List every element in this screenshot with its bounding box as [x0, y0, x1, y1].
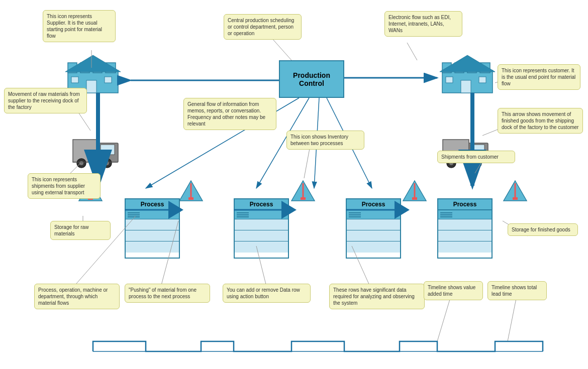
svg-rect-85: [513, 197, 518, 200]
supplier-truck: [70, 136, 121, 169]
process-box-1: Process: [125, 198, 180, 259]
process-label-4: Process: [438, 199, 492, 210]
svg-rect-79: [301, 197, 306, 200]
process-box-4: Process: [437, 198, 493, 259]
callout-supplier-transport: This icon represents shipments from supp…: [28, 173, 101, 199]
callout-storage-finished: Storage for finished goods: [508, 223, 578, 236]
svg-rect-52: [461, 80, 471, 93]
inventory-triangle-3: [402, 178, 427, 204]
svg-rect-76: [188, 197, 193, 200]
svg-rect-43: [86, 80, 96, 93]
callout-data-row-desc: You can add or remove Data row using act…: [223, 284, 311, 303]
callout-process-desc: Process, operation, machine or departmen…: [34, 284, 120, 309]
svg-rect-53: [446, 77, 453, 83]
svg-line-20: [407, 43, 417, 60]
process-box-2: Process: [234, 198, 289, 259]
inventory-triangle-1: [178, 178, 204, 204]
callout-inventory-desc: This icon shows Inventory between two pr…: [286, 131, 364, 150]
callout-storage-raw: Storage for raw materials: [50, 221, 111, 240]
svg-rect-82: [412, 197, 417, 200]
inventory-triangle-2: [290, 178, 316, 204]
process-box-3: Process: [346, 198, 401, 259]
main-canvas: { "callouts": { "supplier_desc": "This i…: [0, 0, 588, 369]
svg-rect-54: [479, 77, 486, 83]
callout-timeline-value: Timeline shows value added time: [424, 281, 483, 300]
svg-point-59: [79, 161, 83, 165]
callout-supplier-desc: This icon represents Supplier. It is the…: [43, 10, 116, 42]
svg-line-19: [271, 38, 291, 60]
process-label-2: Process: [235, 199, 288, 210]
callout-finished-movement: This arrow shows movement of finished go…: [498, 108, 583, 134]
callout-customer-desc: This icon represents customer. It is the…: [498, 64, 580, 90]
process-label-3: Process: [347, 199, 400, 210]
callout-timeline-lead: Timeline shows total lead time: [487, 281, 547, 300]
customer-factory: [440, 53, 495, 95]
svg-rect-44: [71, 77, 78, 83]
inventory-triangle-right: [503, 178, 528, 204]
callout-significant-rows: These rows have significant data require…: [329, 284, 425, 309]
callout-shipments-customer: Shipments from customer: [437, 151, 515, 163]
callout-pushing-desc: "Pushing" of material from one process t…: [125, 284, 210, 303]
production-control-label: Production Control: [293, 71, 330, 87]
svg-rect-45: [105, 77, 112, 83]
svg-point-61: [105, 161, 109, 165]
callout-prod-control-desc: Central production scheduling or control…: [224, 14, 302, 40]
callout-electronic-flow: Electronic flow such as EDI, Internet, i…: [384, 11, 462, 37]
callout-raw-movement: Movement of raw materials from supplier …: [4, 88, 87, 113]
production-control-box: Production Control: [279, 60, 344, 98]
svg-rect-56: [73, 140, 99, 162]
svg-rect-57: [101, 145, 115, 155]
callout-info-flow: General flow of information from memos, …: [183, 98, 276, 130]
process-label-1: Process: [126, 199, 179, 210]
